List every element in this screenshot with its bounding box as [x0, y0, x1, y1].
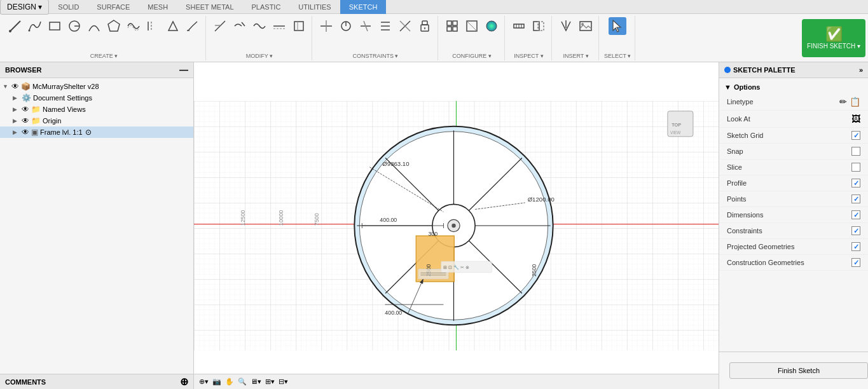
- configure-label[interactable]: CONFIGURE ▾: [452, 53, 492, 59]
- browser-item-root[interactable]: ▼ 👁 📦 McMurrayShelter v28: [0, 81, 193, 92]
- browser-item-origin[interactable]: ▶ 👁 📁 Origin: [0, 115, 193, 126]
- slice-checkbox[interactable]: [851, 163, 860, 172]
- palette-options: ▼ Options Linetype ✏ 📋 Look At 🖼 Sketch …: [719, 78, 868, 273]
- canvas-area[interactable]: Ø9363.10 Ø1200.00 400.00 400.00 300 2500…: [194, 62, 719, 389]
- construction-geo-checkbox[interactable]: [851, 258, 860, 267]
- linetype-icon1[interactable]: ✏: [839, 97, 847, 107]
- mirror-tool[interactable]: [144, 17, 162, 35]
- tab-sketch[interactable]: SKETCH: [340, 0, 387, 14]
- constraints-checkbox[interactable]: [851, 226, 860, 235]
- display-icon[interactable]: 🖥▾: [251, 378, 261, 386]
- rectangle-tool[interactable]: [46, 17, 64, 35]
- toolbar: DESIGN ▾ SOLID SURFACE MESH SHEET METAL …: [0, 0, 868, 62]
- linetype-label: Linetype: [727, 98, 754, 106]
- palette-row-sketch-grid: Sketch Grid: [719, 128, 868, 144]
- parallel-tool[interactable]: [376, 17, 394, 35]
- pan-icon[interactable]: ✋: [225, 378, 234, 386]
- palette-row-slice: Slice: [719, 160, 868, 175]
- pattern-tool[interactable]: [164, 17, 182, 35]
- linetype-icon2[interactable]: 📋: [850, 97, 860, 107]
- tab-plastic[interactable]: PLASTIC: [243, 0, 290, 14]
- add-comment-icon[interactable]: ⊕: [180, 376, 188, 388]
- browser-item-doc-settings[interactable]: ▶ ⚙️ Document Settings: [0, 92, 193, 104]
- fillet-tool[interactable]: [184, 17, 202, 35]
- insert-dxf-tool[interactable]: [557, 17, 575, 35]
- look-at-icon[interactable]: 🖼: [851, 114, 860, 124]
- camera-icon[interactable]: 📷: [212, 378, 221, 386]
- insert-label[interactable]: INSERT ▾: [563, 53, 588, 59]
- svg-rect-31: [447, 21, 451, 25]
- circle-tool[interactable]: [65, 17, 83, 35]
- trim-tool[interactable]: [211, 17, 229, 35]
- measure-tool[interactable]: [510, 17, 528, 35]
- named-views-label: Named Views: [43, 106, 86, 113]
- offset-tool[interactable]: [125, 17, 142, 35]
- svg-text:VIEW: VIEW: [670, 130, 681, 135]
- interference-tool[interactable]: [530, 17, 548, 35]
- design-button[interactable]: DESIGN ▾: [0, 0, 49, 15]
- inspect-label[interactable]: INSPECT ▾: [514, 53, 543, 59]
- zoom-icon[interactable]: 🔍: [238, 378, 247, 386]
- modify-label[interactable]: MODIFY ▾: [246, 53, 273, 59]
- select-label[interactable]: SELECT ▾: [604, 53, 631, 59]
- spline-tool[interactable]: [26, 17, 44, 35]
- grid-settings-tool[interactable]: [443, 17, 461, 35]
- create-label[interactable]: CREATE ▾: [90, 53, 118, 59]
- collinear-tool[interactable]: [337, 17, 355, 35]
- line-tool[interactable]: [6, 17, 24, 35]
- palette-row-points: Points: [719, 191, 868, 207]
- palette-dot: [724, 67, 731, 73]
- grid-icon[interactable]: ⊞▾: [265, 378, 275, 386]
- finish-sketch-label: FINISH SKETCH ▾: [807, 43, 860, 50]
- sketch-palette: SKETCH PALETTE » ▼ Options Linetype ✏ 📋 …: [719, 62, 868, 389]
- break-tool[interactable]: [251, 17, 268, 35]
- construction-geo-label: Construction Geometries: [727, 259, 804, 266]
- settings-icon[interactable]: ⊟▾: [279, 378, 288, 386]
- tab-surface[interactable]: SURFACE: [88, 0, 139, 14]
- points-checkbox[interactable]: [851, 194, 860, 203]
- fix-tool[interactable]: [416, 17, 434, 35]
- polygon-tool[interactable]: [105, 17, 123, 35]
- tab-sheet-metal[interactable]: SHEET METAL: [177, 0, 242, 14]
- tab-solid[interactable]: SOLID: [49, 0, 88, 14]
- palette-expand-icon[interactable]: »: [859, 66, 863, 74]
- origin-label: Origin: [43, 117, 61, 125]
- select-tool[interactable]: [609, 17, 626, 35]
- sketch-grid-checkbox[interactable]: [851, 131, 860, 140]
- origin-folder-icon: 📁: [31, 116, 41, 125]
- project-tool[interactable]: [290, 17, 308, 35]
- comments-label: COMMENTS: [5, 378, 46, 386]
- profile-checkbox[interactable]: [851, 179, 860, 188]
- tab-utilities[interactable]: UTILITIES: [289, 0, 340, 14]
- projected-geo-checkbox[interactable]: [851, 242, 860, 251]
- dimensions-label: Dimensions: [727, 211, 763, 219]
- dimensions-checkbox[interactable]: [851, 210, 860, 219]
- browser-content: ▼ 👁 📦 McMurrayShelter v28 ▶ ⚙️ Document …: [0, 78, 193, 374]
- svg-rect-33: [447, 27, 451, 31]
- offset-modify-tool[interactable]: [270, 17, 288, 35]
- sketch-dim-tool[interactable]: [463, 17, 481, 35]
- finish-sketch-button[interactable]: ✅ FINISH SKETCH ▾: [802, 19, 865, 57]
- frame-icon: ▣: [31, 128, 38, 137]
- concentric-tool[interactable]: [357, 17, 375, 35]
- inspect-icons: [510, 17, 548, 35]
- configure-icons: [443, 17, 500, 35]
- coincident-tool[interactable]: [317, 17, 335, 35]
- navigate-icon[interactable]: ⊕▾: [199, 378, 209, 386]
- arc-tool[interactable]: [85, 17, 103, 35]
- palette-options-header[interactable]: ▼ Options: [719, 81, 868, 93]
- modify-icons: [211, 17, 308, 35]
- svg-line-12: [242, 22, 245, 26]
- insert-image-tool[interactable]: [577, 17, 595, 35]
- browser-item-frame[interactable]: ▶ 👁 ▣ Frame lvl. 1:1 ⊙: [0, 126, 193, 138]
- browser-collapse-icon[interactable]: —: [179, 65, 188, 75]
- perpendicular-tool[interactable]: [396, 17, 414, 35]
- appearance-tool[interactable]: [483, 17, 500, 35]
- tab-mesh[interactable]: MESH: [139, 0, 177, 14]
- extend-tool[interactable]: [231, 17, 249, 35]
- finish-sketch-bottom-button[interactable]: Finish Sketch: [729, 362, 868, 379]
- browser-item-named-views[interactable]: ▶ 👁 📁 Named Views: [0, 104, 193, 115]
- constraints-label[interactable]: CONSTRAINTS ▾: [352, 53, 398, 59]
- snap-checkbox[interactable]: [851, 147, 860, 156]
- root-body-icon: 👁: [11, 82, 19, 91]
